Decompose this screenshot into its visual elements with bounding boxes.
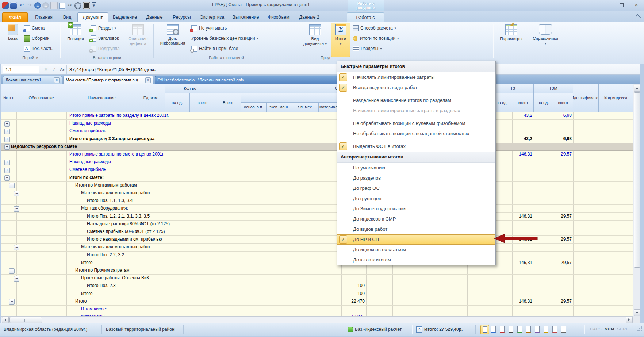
table-row[interactable]: Итого Поз. 1.1, 1.3, 3.4 <box>1 197 633 205</box>
status-view-button-10[interactable] <box>559 325 567 334</box>
status-view-button-1[interactable] <box>480 325 489 334</box>
table-row[interactable]: −Итоги по смете: <box>1 174 633 182</box>
vertical-scrollbar[interactable] <box>633 84 640 316</box>
menu-item[interactable]: До граф ОС <box>337 183 495 194</box>
formula-input[interactable]: 37,44{евро} *Кевро*1,05 /НДС/Индекс <box>69 66 156 73</box>
status-view-button-7[interactable] <box>533 325 541 334</box>
menu-item[interactable]: Не обрабатывать позиции с нулевым физобъ… <box>337 118 495 129</box>
expand-icon[interactable]: + <box>4 168 10 173</box>
column-header-total_sub[interactable]: всего <box>553 93 573 112</box>
close-button[interactable]: ✕ <box>632 2 641 8</box>
table-row[interactable]: Итого Поз. 2.3100 <box>1 282 633 290</box>
table-row[interactable]: +Накладные расходы <box>1 120 633 127</box>
column-header-just[interactable]: Обоснование <box>16 84 66 112</box>
menu-item[interactable]: До индексов к СМР <box>337 214 495 224</box>
column-header-mech_salary[interactable]: з.п. мех. <box>292 103 319 112</box>
menu-item[interactable]: До разделов <box>337 173 495 183</box>
copy-icon[interactable] <box>59 3 65 9</box>
status-view-button-8[interactable] <box>542 325 550 334</box>
tab-Данные 2[interactable]: Данные 2 <box>295 12 323 22</box>
ignore-position-button[interactable]: Не учитывать <box>191 24 227 32</box>
find-icon[interactable] <box>74 2 81 9</box>
status-view-button-5[interactable] <box>515 325 524 334</box>
column-header-total_sub[interactable]: всего <box>512 93 534 112</box>
table-row[interactable]: +Итого по разделу 3 Запорная арматура43,… <box>1 135 633 143</box>
table-row[interactable]: Итого Поз. 1.2, 2.1, 3.1, 3.3, 3.5146,31… <box>1 213 633 221</box>
close-tab-icon[interactable]: × <box>145 77 151 83</box>
forward-icon[interactable] <box>42 2 49 9</box>
menu-item[interactable]: До видов работ <box>337 224 495 234</box>
norm-icon[interactable] <box>83 2 90 9</box>
scroll-down-icon[interactable] <box>634 309 640 316</box>
status-view-button-9[interactable] <box>551 325 559 334</box>
horizontal-scrollbar[interactable] <box>1 316 633 323</box>
column-header-per_unit[interactable]: на ед. <box>534 93 553 112</box>
section-button[interactable]: Раздел▾ <box>91 24 116 32</box>
accept-formula-icon[interactable]: ✓ <box>50 66 58 73</box>
table-row[interactable]: −Материалы для монтажных работ: <box>1 189 633 197</box>
undo-icon[interactable] <box>18 2 25 9</box>
status-view-button-2[interactable] <box>489 325 497 334</box>
tab-Главная[interactable]: Главная <box>31 12 57 22</box>
tab-Данные[interactable]: Данные <box>142 12 167 22</box>
menu-item[interactable]: По умолчанию <box>337 163 495 173</box>
scroll-right-icon[interactable] <box>626 317 633 323</box>
table-row[interactable]: −Итоги по Монтажным работам <box>1 182 633 189</box>
save-icon[interactable] <box>10 2 17 9</box>
collapse-icon[interactable]: − <box>14 191 19 196</box>
menu-item[interactable]: ✓Всегда выделять виды работ <box>337 83 495 93</box>
paste-icon[interactable] <box>50 2 58 9</box>
status-view-button-4[interactable] <box>507 325 515 334</box>
parameters-button[interactable]: Параметры <box>496 23 526 55</box>
column-header-total_sub[interactable]: всего <box>190 93 215 112</box>
sbornik-button[interactable]: Сборник <box>24 34 49 42</box>
document-tab[interactable]: Локальная смета1× <box>3 76 62 84</box>
table-row[interactable]: Итого прямые затраты по смете в ценах 20… <box>1 151 633 158</box>
tab-Файл[interactable]: Файл <box>2 12 28 22</box>
doc-view-button[interactable]: Вид документа ▾ <box>302 23 329 55</box>
references-button[interactable]: Справочники▾ <box>529 23 562 55</box>
status-view-button-3[interactable] <box>498 325 506 334</box>
collapse-icon[interactable]: − <box>9 299 15 305</box>
table-row[interactable]: +Сметная прибыль <box>1 166 633 174</box>
column-header-qty[interactable]: Кол-во <box>165 84 215 93</box>
scroll-left-icon[interactable] <box>2 317 9 323</box>
menu-item[interactable]: До к-тов к итогам <box>337 255 495 265</box>
tab-Выделение[interactable]: Выделение <box>110 12 140 22</box>
tab-Документ[interactable]: Документ <box>77 12 108 22</box>
menu-item[interactable]: Раздельное начисление итогов по разделам <box>337 95 495 106</box>
menu-item[interactable]: ✓Выделять ФОТ в итогах <box>337 141 495 152</box>
horizontal-scroll-thumb[interactable] <box>9 317 42 323</box>
table-row[interactable]: Накладные расходы 80% ФОТ (от 2 125) <box>1 221 633 228</box>
collapse-icon[interactable]: − <box>9 268 15 274</box>
table-row[interactable]: Итого100 <box>1 290 633 298</box>
tab-Вид[interactable]: Вид <box>58 12 76 22</box>
calc-method-button[interactable]: Способ расчета▾ <box>353 24 396 32</box>
expand-icon[interactable]: + <box>4 129 10 134</box>
base-price-level-button[interactable]: Уровень базисных цен позиции▾ <box>191 34 258 42</box>
collapse-icon[interactable]: − <box>4 175 10 181</box>
base-button[interactable]: База <box>3 23 23 55</box>
maximize-button[interactable] <box>617 2 626 8</box>
expand-icon[interactable]: + <box>4 121 10 127</box>
tab-Физобъем[interactable]: Физобъем <box>264 12 294 22</box>
subgroup-button[interactable]: Подгруппа <box>91 45 120 53</box>
expand-icon[interactable]: + <box>4 144 10 150</box>
column-header-name[interactable]: Наименование <box>66 84 137 112</box>
table-row[interactable]: −Итоги по Прочим затратам <box>1 267 633 275</box>
redo-icon[interactable] <box>26 2 33 9</box>
vertical-scroll-thumb[interactable] <box>634 92 640 268</box>
column-header-tzm[interactable]: ТЗМ <box>534 84 573 93</box>
close-tab-icon[interactable]: × <box>54 77 60 83</box>
tab-Работа с ресурсом[interactable]: Работа с ресурсом <box>347 12 384 22</box>
column-header-base_salary[interactable]: основ. з.п. <box>241 103 267 112</box>
totals-by-position-button[interactable]: Итоги по позиции▾ <box>353 34 399 42</box>
tab-Выполнение[interactable]: Выполнение <box>229 12 262 22</box>
table-row[interactable]: Сметная прибыль 60% ФОТ (от 2 125) <box>1 228 633 236</box>
menu-item[interactable]: Не обрабатывать позиции с незаданной сто… <box>337 129 495 139</box>
minimize-button[interactable]: — <box>602 2 612 8</box>
column-header-num[interactable]: № п.п <box>1 84 16 112</box>
tab-Экспертиза[interactable]: Экспертиза <box>196 12 228 22</box>
table-row[interactable]: −Материалы для монтажных работ: <box>1 244 633 251</box>
extra-info-button[interactable]: Доп. информация <box>157 23 188 55</box>
